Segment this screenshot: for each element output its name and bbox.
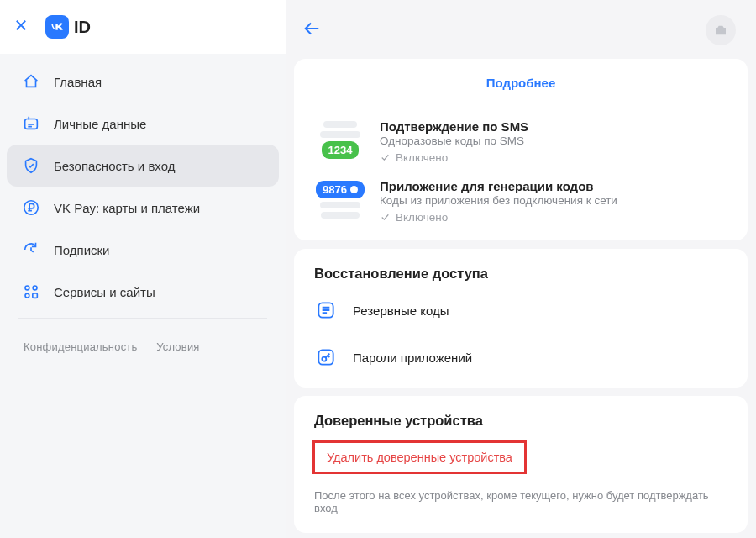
sidebar-item-vkpay[interactable]: VK Pay: карты и платежи — [7, 187, 279, 229]
camera-icon — [713, 23, 728, 38]
sidebar-item-services[interactable]: Сервисы и сайты — [7, 271, 279, 313]
logo: ID — [45, 15, 91, 39]
sidebar-item-home[interactable]: Главная — [7, 61, 279, 103]
row-app-passwords[interactable]: Пароли приложений — [294, 334, 748, 381]
avatar[interactable] — [706, 15, 736, 45]
recovery-heading: Восстановление доступа — [294, 249, 748, 287]
footer-privacy-link[interactable]: Конфиденциальность — [24, 340, 137, 353]
svg-point-6 — [719, 29, 723, 33]
check-icon — [380, 152, 391, 163]
trusted-hint: После этого на всех устройствах, кроме т… — [294, 483, 748, 531]
more-link[interactable]: Подробнее — [486, 76, 556, 90]
shield-icon — [22, 156, 40, 175]
key-icon — [314, 345, 338, 369]
sidebar-item-personal[interactable]: Личные данные — [7, 103, 279, 145]
sidebar-item-subscriptions[interactable]: Подписки — [7, 229, 279, 271]
home-icon — [22, 72, 40, 91]
sidebar-item-security[interactable]: Безопасность и вход — [7, 145, 279, 187]
svg-point-2 — [25, 286, 29, 290]
sidebar-item-label: Главная — [54, 75, 102, 89]
id-card-icon — [22, 114, 40, 133]
logo-text: ID — [74, 18, 91, 37]
sms-thumb-icon: 1234 — [314, 119, 366, 159]
svg-point-3 — [33, 286, 37, 290]
back-button[interactable] — [302, 19, 321, 41]
sidebar-item-label: Сервисы и сайты — [54, 285, 155, 299]
delete-trusted-devices-button[interactable]: Удалить доверенные устройства — [312, 440, 527, 474]
row-backup-codes[interactable]: Резервные коды — [294, 287, 748, 334]
method-app-codes[interactable]: 9876 Приложение для генерации кодов Коды… — [294, 172, 748, 232]
refresh-icon — [22, 240, 40, 259]
svg-rect-5 — [33, 293, 38, 298]
ruble-icon — [22, 198, 40, 217]
method-title: Приложение для генерации кодов — [380, 179, 727, 194]
grid-icon — [22, 282, 40, 301]
sidebar-item-label: Безопасность и вход — [54, 159, 175, 173]
row-label: Резервные коды — [353, 303, 449, 318]
method-sms[interactable]: 1234 Подтверждение по SMS Одноразовые ко… — [294, 109, 748, 172]
method-title: Подтверждение по SMS — [380, 119, 727, 134]
method-status: Включено — [380, 151, 727, 164]
list-icon — [314, 298, 338, 322]
svg-point-4 — [25, 293, 29, 298]
close-icon[interactable] — [13, 18, 29, 36]
sidebar-item-label: Личные данные — [54, 117, 146, 131]
svg-point-1 — [24, 201, 39, 215]
sidebar-item-label: Подписки — [54, 243, 110, 257]
trusted-heading: Доверенные устройства — [294, 396, 748, 434]
method-sub: Одноразовые коды по SMS — [380, 134, 727, 151]
vk-logo-icon — [45, 15, 69, 39]
method-status: Включено — [380, 211, 727, 224]
footer-terms-link[interactable]: Условия — [156, 340, 199, 353]
method-sub: Коды из приложения без подключения к сет… — [380, 194, 727, 211]
row-label: Пароли приложений — [353, 351, 472, 365]
sidebar-item-label: VK Pay: карты и платежи — [54, 201, 200, 215]
check-icon — [380, 212, 391, 223]
app-thumb-icon: 9876 — [314, 179, 366, 219]
